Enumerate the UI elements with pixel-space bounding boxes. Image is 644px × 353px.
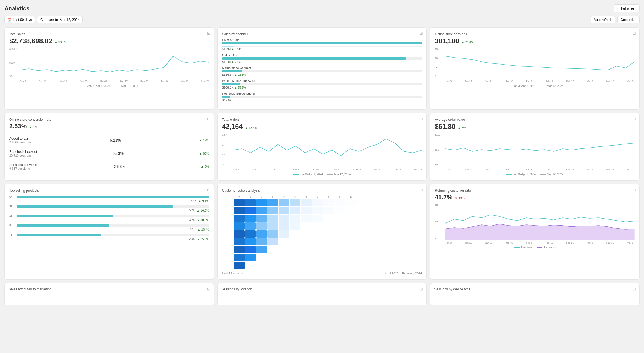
conv-row-cart: Added to cart 23,669 sessions 6.21% ▲ 17… <box>9 134 209 147</box>
cohort-card: ⊡ Customer cohort analysis 0 1 2 3 4 5 6… <box>217 184 427 280</box>
page-title: Analytics <box>4 5 29 12</box>
total-orders-badge: ▲ 18.4% <box>245 126 257 129</box>
online-sessions-x-labels: Jan 3Jan 12Jan 21Jan 30Feb 8Feb 17Feb 26… <box>445 80 635 83</box>
online-sessions-legend: Jan 3–Apr 1, 2024 Mar 12, 2024 <box>435 84 635 87</box>
returning-x-labels: Jan 3Jan 12Jan 21Jan 30Feb 8Feb 17Feb 26… <box>445 241 635 244</box>
conversion-rows: Added to cart 23,669 sessions 6.21% ▲ 17… <box>9 134 209 173</box>
sessions-location-export-icon[interactable]: ⊡ <box>420 287 423 291</box>
top-selling-card: ⊡ Top selling products 66 6.4K▲ 9.4% 31 <box>4 184 214 280</box>
total-orders-value: 42,164 <box>222 123 243 131</box>
sales-marketing-card: ⊡ Sales attributed to marketing <box>4 283 214 305</box>
returning-value: 41.7% <box>435 194 452 201</box>
product-row-5: 11 2.8K▲ 25.8% <box>9 233 209 241</box>
avg-order-value: $61.80 <box>435 123 455 131</box>
total-sales-title: Total sales <box>9 32 209 36</box>
cohort-grid: 0 1 2 3 4 5 6 7 8 9 10 <box>222 195 422 269</box>
total-sales-x-labels: Jan 3Jan 12Jan 21Jan 30Feb 8Feb 17Feb 26… <box>20 80 209 83</box>
returning-title: Returning customer rate <box>435 189 635 193</box>
channel-row-marketplace: Marketplace Connect $114.6K ▲ 22.5% <box>222 66 422 76</box>
returning-customer-card: ⊡ Returning customer rate 41.7% ▼ 43% 1K… <box>430 184 640 280</box>
online-sessions-y-labels: 15K10K5K0 <box>435 48 445 78</box>
date-range-button[interactable]: 📅 Last 90 days <box>4 16 35 23</box>
fullscreen-icon: ⛶ <box>617 6 620 10</box>
product-list: 66 6.4K▲ 9.4% 31 5.2K▲ 16.8% <box>9 195 209 241</box>
total-orders-legend: Jan 3–Apr 1, 2024 Mar 12, 2024 <box>222 173 422 176</box>
online-sessions-export-icon[interactable]: ⊡ <box>633 31 636 35</box>
returning-legend: First time Returning <box>435 246 635 249</box>
conv-row-checkout: Reached checkout 20,710 sessions 5.43% ▲… <box>9 147 209 160</box>
online-sessions-badge: ▲ 21.4% <box>461 41 474 44</box>
channel-row-pos: Point of Sale $1.2M ▲ 17.1% <box>222 38 422 51</box>
sessions-device-card: ⊡ Sessions by device type <box>430 283 640 305</box>
returning-y-labels: 1K5000 <box>435 204 445 239</box>
avg-order-title: Average order value <box>435 118 635 122</box>
sales-channel-title: Sales by channel <box>222 32 422 36</box>
returning-badge: ▼ 43% <box>455 196 465 200</box>
sales-channel-export-icon[interactable]: ⊡ <box>420 31 423 35</box>
online-sessions-card: ⊡ Online store sessions 381,180 ▲ 21.4% … <box>430 27 640 110</box>
channel-row-online: Online Store $1.1M ▲ 22% <box>222 53 422 63</box>
sales-marketing-export-icon[interactable]: ⊡ <box>207 287 210 291</box>
auto-refresh-button[interactable]: Auto-refresh <box>591 16 615 23</box>
avg-order-export-icon[interactable]: ⊡ <box>633 117 636 121</box>
conversion-value: 2.53% <box>9 123 27 130</box>
total-orders-x-labels: Jan 3Jan 12Jan 21Jan 30Feb 8Feb 17Feb 26… <box>233 168 422 171</box>
fullscreen-button[interactable]: ⛶ Fullscreen <box>614 4 640 12</box>
total-sales-badge: ▲ 19.5% <box>54 41 67 44</box>
avg-order-chart <box>445 133 635 167</box>
sessions-device-title: Sessions by device type <box>434 287 635 291</box>
total-orders-export-icon[interactable]: ⊡ <box>420 117 423 121</box>
total-orders-title: Total orders <box>222 118 422 122</box>
channel-list: Point of Sale $1.2M ▲ 17.1% Online Store… <box>222 38 422 102</box>
online-sessions-chart <box>445 48 635 79</box>
sessions-device-export-icon[interactable]: ⊡ <box>633 287 636 291</box>
sales-by-channel-card: ⊡ Sales by channel Point of Sale $1.2M ▲… <box>217 27 427 110</box>
total-sales-card: ⊡ Total sales $2,738,698.82 ▲ 19.5% $100… <box>4 27 214 110</box>
avg-order-badge: ▲ 7% <box>458 126 466 129</box>
product-row-4: 8 3.1K▲ 104% <box>9 224 209 231</box>
online-sessions-value: 381,180 <box>435 37 459 45</box>
sessions-location-title: Sessions by location <box>222 287 423 291</box>
returning-chart <box>445 204 635 240</box>
conversion-export-icon[interactable]: ⊡ <box>207 117 210 121</box>
total-sales-y-labels: $100K $50K $0 <box>9 48 19 78</box>
cohort-export-icon[interactable]: ⊡ <box>420 188 423 192</box>
total-orders-y-labels: 1.5K1K5000 <box>222 133 232 166</box>
compare-button[interactable]: Compare to: Mar 12, 2024 <box>37 16 83 23</box>
avg-order-y-labels: $100$50$0 <box>435 133 445 166</box>
total-sales-legend: Jan 3–Apr 1, 2024 Mar 12, 2024 <box>9 84 209 87</box>
total-sales-value: $2,738,698.82 <box>9 37 52 45</box>
conversion-badge: ▲ 9% <box>29 125 37 129</box>
conversion-rate-card: ⊡ Online store conversion rate 2.53% ▲ 9… <box>4 113 214 181</box>
product-row-2: 31 5.2K▲ 16.8% <box>9 205 209 212</box>
avg-order-legend: Jan 3–Apr 1, 2024 Mar 12, 2024 <box>435 173 635 176</box>
top-selling-export-icon[interactable]: ⊡ <box>207 188 210 192</box>
product-row-1: 66 6.4K▲ 9.4% <box>9 195 209 203</box>
top-selling-title: Top selling products <box>9 189 209 193</box>
avg-order-x-labels: Jan 3Jan 12Jan 21Jan 30Feb 8Feb 17Feb 26… <box>445 168 635 171</box>
sessions-location-card: ⊡ Sessions by location <box>217 283 427 305</box>
returning-export-icon[interactable]: ⊡ <box>633 188 636 192</box>
total-sales-chart <box>20 48 209 79</box>
channel-row-syncio: Syncio Multi Store Sync $106.1K ▲ 25.2% <box>222 79 422 89</box>
total-sales-export-icon[interactable]: ⊡ <box>207 31 210 35</box>
customize-button[interactable]: Customize <box>617 16 640 23</box>
conversion-title: Online store conversion rate <box>9 118 209 122</box>
product-row-3: 31 3.2K▲ 10.5% <box>9 214 209 222</box>
total-orders-card: ⊡ Total orders 42,164 ▲ 18.4% 1.5K1K5000… <box>217 113 427 181</box>
avg-order-card: ⊡ Average order value $61.80 ▲ 7% $100$5… <box>430 113 640 181</box>
calendar-icon: 📅 <box>8 18 12 22</box>
toolbar: 📅 Last 90 days Compare to: Mar 12, 2024 … <box>4 16 640 23</box>
cohort-title: Customer cohort analysis <box>222 189 422 193</box>
total-orders-chart <box>233 133 422 167</box>
channel-row-recharge: Recharge Subscriptions $47.9K <box>222 92 422 102</box>
sales-marketing-title: Sales attributed to marketing <box>9 287 210 291</box>
cohort-footer: Last 12 months April 2023 – February 202… <box>222 272 422 275</box>
online-sessions-title: Online store sessions <box>435 32 635 36</box>
conv-row-converted: Sessions converted 9,637 sessions 2.53% … <box>9 160 209 173</box>
